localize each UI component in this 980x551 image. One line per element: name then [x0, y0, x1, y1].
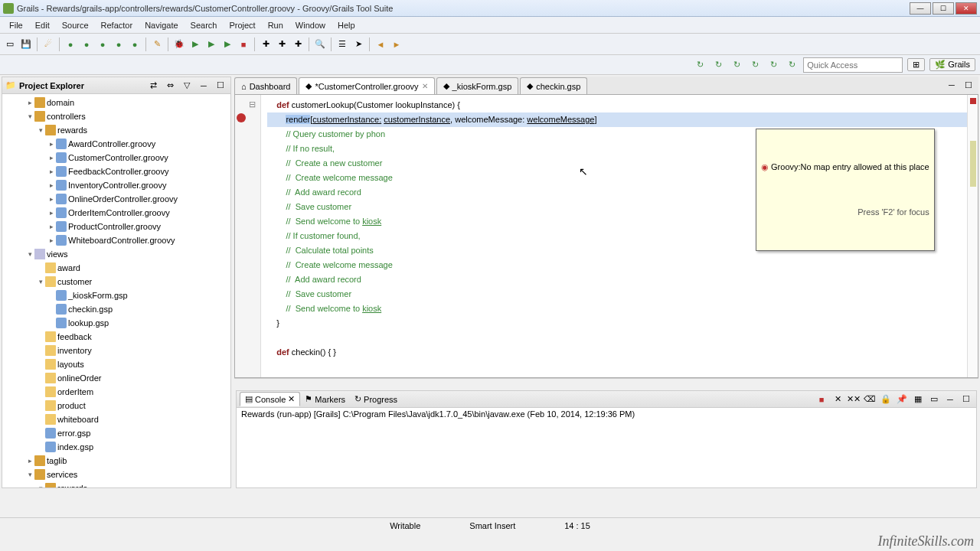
- menu-help[interactable]: Help: [332, 19, 361, 31]
- run-last-icon[interactable]: ▶: [220, 37, 234, 51]
- tree-node[interactable]: layouts: [4, 357, 229, 371]
- run-icon[interactable]: ●: [80, 37, 93, 51]
- menu-edit[interactable]: Edit: [29, 19, 56, 31]
- tree-node[interactable]: checkin.gsp: [4, 302, 229, 316]
- tree-node[interactable]: ▸OnlineOrderController.groovy: [4, 192, 229, 206]
- terminate-icon[interactable]: ■: [815, 393, 828, 406]
- tree-node[interactable]: inventory: [4, 344, 229, 357]
- minimize-button[interactable]: —: [910, 2, 931, 15]
- run-icon[interactable]: ●: [96, 37, 109, 51]
- tree-node[interactable]: ▸taglib: [4, 454, 229, 468]
- tree-node[interactable]: index.gsp: [4, 440, 229, 454]
- error-marker-icon[interactable]: [237, 113, 246, 122]
- menu-refactor[interactable]: Refactor: [95, 19, 139, 31]
- stop-icon[interactable]: ■: [237, 37, 250, 51]
- file-tree[interactable]: ▸domain▾controllers▾rewards▸AwardControl…: [2, 94, 230, 487]
- minimize-editor-icon[interactable]: ─: [945, 78, 959, 92]
- tree-node[interactable]: ▾services: [4, 468, 229, 481]
- menu-navigate[interactable]: Navigate: [139, 19, 184, 31]
- tree-node[interactable]: ▾views: [4, 247, 229, 261]
- tree-node[interactable]: ▸InventoryController.groovy: [4, 178, 229, 192]
- menu-window[interactable]: Window: [289, 19, 332, 31]
- new-wizard-icon[interactable]: ✚: [259, 37, 273, 51]
- minimize-icon[interactable]: ─: [197, 79, 211, 93]
- tree-node[interactable]: ▸domain: [4, 96, 229, 109]
- perspective-grails[interactable]: 🌿 Grails: [929, 58, 975, 71]
- back-icon[interactable]: ◄: [374, 37, 387, 51]
- tree-node[interactable]: ▾rewards: [4, 123, 229, 137]
- tab-markers[interactable]: ⚑Markers: [300, 393, 350, 406]
- new-class-icon[interactable]: ✚: [291, 37, 305, 51]
- tree-node[interactable]: ▸AwardController.groovy: [4, 137, 229, 151]
- tree-node[interactable]: ▸FeedbackController.groovy: [4, 165, 229, 178]
- maximize-editor-icon[interactable]: ☐: [962, 78, 975, 92]
- tree-node[interactable]: product: [4, 399, 229, 412]
- tree-node[interactable]: feedback: [4, 330, 229, 344]
- tab-console[interactable]: ▤Console✕: [240, 392, 300, 406]
- tab-kioskform[interactable]: ◆_kioskForm.gsp: [436, 77, 519, 94]
- tool-icon[interactable]: ☄: [41, 37, 55, 51]
- open-icon[interactable]: ▭: [927, 393, 941, 406]
- error-overview-mark[interactable]: [970, 98, 976, 104]
- tree-node[interactable]: award: [4, 261, 229, 275]
- new-icon[interactable]: ▭: [3, 37, 17, 51]
- fold-icon[interactable]: ⊟: [249, 99, 258, 109]
- link-editor-icon[interactable]: ⇔: [163, 79, 177, 93]
- refresh-icon[interactable]: ↻: [693, 58, 707, 72]
- refresh-icon[interactable]: ↻: [766, 58, 780, 72]
- refresh-icon[interactable]: ↻: [748, 58, 762, 72]
- refresh-icon[interactable]: ↻: [785, 58, 799, 72]
- pin-icon[interactable]: 📌: [895, 393, 909, 406]
- menu-search[interactable]: Search: [185, 19, 224, 31]
- perspective-button[interactable]: ⊞: [907, 58, 925, 71]
- tree-node[interactable]: error.gsp: [4, 426, 229, 440]
- tree-node[interactable]: orderItem: [4, 385, 229, 399]
- menu-source[interactable]: Source: [56, 19, 95, 31]
- tab-progress[interactable]: ↻Progress: [350, 393, 402, 406]
- horizontal-scrollbar[interactable]: [234, 378, 978, 390]
- menu-project[interactable]: Project: [223, 19, 261, 31]
- scroll-lock-icon[interactable]: 🔒: [879, 393, 893, 406]
- menu-file[interactable]: File: [3, 19, 29, 31]
- search-icon[interactable]: 🔍: [313, 37, 327, 51]
- remove-icon[interactable]: ✕: [831, 393, 844, 406]
- maximize-icon[interactable]: ☐: [214, 79, 227, 93]
- nav-icon[interactable]: ➤: [351, 37, 365, 51]
- tree-node[interactable]: lookup.gsp: [4, 316, 229, 330]
- tab-dashboard[interactable]: ⌂Dashboard: [234, 77, 297, 94]
- run-icon[interactable]: ●: [64, 37, 77, 51]
- warn-overview-mark[interactable]: [970, 141, 976, 187]
- remove-all-icon[interactable]: ✕✕: [847, 393, 861, 406]
- tab-checkin[interactable]: ◆checkin.gsp: [520, 77, 587, 94]
- tree-node[interactable]: whiteboard: [4, 412, 229, 426]
- tab-customercontroller[interactable]: ◆*CustomerController.groovy✕: [299, 77, 434, 94]
- save-icon[interactable]: 💾: [19, 37, 33, 51]
- tree-node[interactable]: ▸ProductController.groovy: [4, 220, 229, 233]
- close-icon[interactable]: ✕: [422, 82, 428, 90]
- debug-icon[interactable]: 🐞: [172, 37, 186, 51]
- refresh-icon[interactable]: ↻: [711, 58, 725, 72]
- tree-node[interactable]: onlineOrder: [4, 371, 229, 385]
- tree-node[interactable]: _kioskForm.gsp: [4, 289, 229, 302]
- run-ext-icon[interactable]: ▶: [204, 37, 218, 51]
- tree-node[interactable]: ▸OrderItemController.groovy: [4, 206, 229, 220]
- tree-node[interactable]: ▾rewards: [4, 481, 229, 487]
- run-arrow-icon[interactable]: ▶: [188, 37, 202, 51]
- tree-node[interactable]: ▸WhiteboardController.groovy: [4, 233, 229, 247]
- view-menu-icon[interactable]: ▽: [180, 79, 194, 93]
- tree-node[interactable]: ▾controllers: [4, 109, 229, 123]
- minimize-icon[interactable]: ─: [943, 393, 957, 406]
- tree-node[interactable]: ▸CustomerController.groovy: [4, 151, 229, 165]
- fwd-icon[interactable]: ►: [390, 37, 403, 51]
- code-content[interactable]: def customerLookup(Customer lookupInstan…: [261, 95, 978, 377]
- close-button[interactable]: ✕: [956, 2, 977, 15]
- clear-icon[interactable]: ⌫: [863, 393, 877, 406]
- feather-icon[interactable]: ✎: [150, 37, 164, 51]
- collapse-icon[interactable]: ⇄: [146, 79, 160, 93]
- maximize-icon[interactable]: ☐: [959, 393, 973, 406]
- new-pkg-icon[interactable]: ✚: [275, 37, 289, 51]
- run-icon[interactable]: ●: [128, 37, 142, 51]
- console-output[interactable]: Rewards (run-app) [Grails] C:\Program Fi…: [237, 408, 976, 487]
- menu-run[interactable]: Run: [262, 19, 289, 31]
- display-icon[interactable]: ▦: [911, 393, 925, 406]
